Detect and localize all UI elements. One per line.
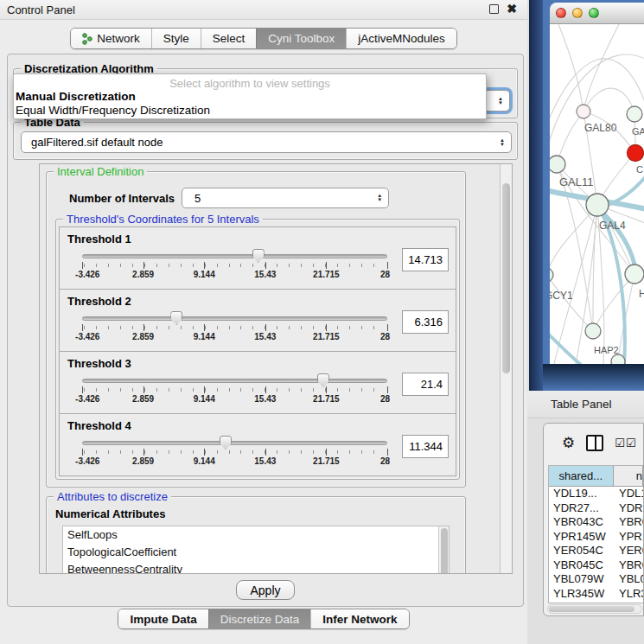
- network-node[interactable]: [625, 265, 644, 284]
- table-row[interactable]: YIL052CYIL0: [549, 601, 643, 603]
- table-data-combobox[interactable]: galFiltered.sif default node ▲▼: [21, 131, 512, 153]
- network-node[interactable]: [577, 105, 590, 118]
- table-panel-titlebar: Table Panel: [527, 391, 644, 418]
- node-label: H: [639, 288, 644, 300]
- table-row[interactable]: YDR27...YDR2: [549, 501, 643, 516]
- threshold-value-field[interactable]: 21.4: [402, 373, 449, 396]
- network-view-canvas[interactable]: GAL80GACGAL11GAL4GCY1HHAP2: [550, 24, 644, 364]
- tab-discretize-data[interactable]: Discretize Data: [208, 609, 311, 628]
- algorithm-dropdown-popup: Select algorithm to view settings Manual…: [13, 73, 487, 119]
- tick-label: 21.715: [313, 270, 340, 279]
- table-row[interactable]: YBR043CYBR0: [549, 515, 643, 530]
- table-cell[interactable]: YBR0: [615, 558, 643, 573]
- panel-title: Control Panel: [0, 3, 75, 16]
- list-item[interactable]: TopologicalCoefficient: [63, 544, 449, 561]
- number-of-intervals-combobox[interactable]: 5 ▲▼: [182, 188, 389, 208]
- table-row[interactable]: YPR145WYPR1: [549, 530, 643, 545]
- table-cell[interactable]: YDR2: [615, 501, 643, 516]
- network-edge: [583, 88, 634, 114]
- network-node[interactable]: [550, 156, 565, 173]
- column-header-name[interactable]: n: [614, 466, 643, 487]
- table-cell[interactable]: YIL0: [615, 601, 643, 603]
- tab-jactivemnodules[interactable]: jActiveMNodules: [346, 29, 456, 48]
- table-cell[interactable]: YIL052C: [549, 601, 615, 603]
- threshold-value-field[interactable]: 11.344: [402, 435, 449, 458]
- tick-label: 9.144: [194, 332, 215, 341]
- network-node[interactable]: [585, 323, 601, 339]
- node-table: shared... n YDL19...YDL1YDR27...YDR2YBR0…: [548, 465, 643, 603]
- network-node[interactable]: [586, 194, 609, 216]
- slider-track[interactable]: [82, 254, 387, 258]
- major-tick: [143, 449, 144, 456]
- table-cell[interactable]: YDR27...: [549, 501, 615, 516]
- table-cell[interactable]: YBL0: [615, 572, 643, 587]
- network-window-titlebar[interactable]: [550, 3, 644, 24]
- table-cell[interactable]: YBR0: [615, 515, 643, 530]
- dropdown-option-manual-discretization[interactable]: Manual Discretization: [14, 90, 486, 104]
- dropdown-hint: Select algorithm to view settings: [14, 74, 486, 90]
- minimize-window-icon[interactable]: [572, 8, 583, 18]
- slider-track[interactable]: [82, 316, 387, 321]
- gear-icon[interactable]: ⚙: [562, 436, 575, 450]
- dropdown-option-equal-width-frequency[interactable]: Equal Width/Frequency Discretization: [14, 104, 486, 118]
- major-tick: [326, 262, 327, 269]
- checkbox-icons[interactable]: ☑☑: [615, 437, 636, 450]
- table-cell[interactable]: YBR043C: [549, 515, 615, 530]
- slider-thumb[interactable]: [317, 373, 329, 387]
- tick-label: -3.426: [75, 332, 99, 341]
- network-node[interactable]: [628, 145, 644, 162]
- table-row[interactable]: YBL079WYBL0: [549, 572, 643, 587]
- tick-label: 28: [380, 394, 390, 404]
- list-scrollbar[interactable]: [438, 526, 449, 574]
- threshold-slider[interactable]: -3.4262.8599.14415.4321.71528: [82, 372, 387, 406]
- threshold-value-field[interactable]: 6.316: [402, 310, 449, 334]
- tab-infer-network[interactable]: Infer Network: [310, 609, 408, 628]
- slider-track[interactable]: [82, 441, 387, 445]
- tick-label: -3.426: [75, 270, 99, 279]
- slider-thumb[interactable]: [220, 436, 232, 450]
- apply-button[interactable]: Apply: [236, 580, 295, 600]
- close-window-icon[interactable]: [556, 8, 566, 18]
- table-cell[interactable]: YBR045C: [549, 558, 615, 573]
- network-node[interactable]: [611, 354, 625, 364]
- table-cell[interactable]: YLR345W: [549, 587, 615, 602]
- network-node[interactable]: [627, 106, 642, 122]
- table-cell[interactable]: YPR145W: [549, 530, 615, 545]
- settings-scrollbar[interactable]: [500, 164, 512, 573]
- list-item[interactable]: SelfLoops: [63, 526, 449, 544]
- tab-impute-data[interactable]: Impute Data: [118, 609, 207, 628]
- table-cell[interactable]: YPR1: [615, 530, 643, 545]
- table-row[interactable]: YER054CYER0: [549, 544, 643, 558]
- table-row[interactable]: YBR045CYBR0: [549, 558, 643, 573]
- tab-style[interactable]: Style: [151, 29, 201, 48]
- threshold-slider[interactable]: -3.4262.8599.14415.4321.71528: [82, 247, 387, 282]
- table-horizontal-scrollbar[interactable]: [547, 604, 642, 614]
- major-tick: [326, 386, 327, 393]
- threshold-value-field[interactable]: 14.713: [402, 248, 449, 271]
- tab-cyni-toolbox[interactable]: Cyni Toolbox: [256, 29, 346, 48]
- table-cell[interactable]: YER054C: [549, 544, 615, 558]
- table-cell[interactable]: YDL19...: [549, 487, 615, 501]
- slider-thumb[interactable]: [170, 311, 182, 325]
- columns-icon[interactable]: [586, 435, 603, 451]
- threshold-1-panel: Threshold 1 -3.4262.8599.14415.4321.7152…: [59, 226, 456, 290]
- slider-thumb[interactable]: [252, 249, 265, 263]
- zoom-window-icon[interactable]: [589, 8, 599, 18]
- column-header-shared-name[interactable]: shared...: [549, 466, 614, 487]
- close-icon[interactable]: ✖: [507, 3, 517, 16]
- slider-track[interactable]: [82, 379, 387, 383]
- float-panel-icon[interactable]: [489, 4, 499, 14]
- table-cell[interactable]: YBL079W: [549, 572, 615, 587]
- table-cell[interactable]: YDL1: [615, 487, 643, 501]
- threshold-slider[interactable]: -3.4262.8599.14415.4321.71528: [82, 434, 387, 469]
- list-item[interactable]: BetweennessCentrality: [63, 561, 449, 574]
- network-node[interactable]: [550, 268, 553, 282]
- tab-select[interactable]: Select: [201, 29, 257, 48]
- scrollbar-thumb[interactable]: [502, 183, 510, 373]
- table-row[interactable]: YLR345WYLR3: [549, 587, 643, 602]
- table-row[interactable]: YDL19...YDL1: [549, 487, 643, 501]
- tab-network[interactable]: Network: [71, 29, 151, 48]
- table-cell[interactable]: YER0: [615, 544, 643, 558]
- table-cell[interactable]: YLR3: [615, 587, 643, 602]
- threshold-slider[interactable]: -3.4262.8599.14415.4321.71528: [82, 309, 387, 344]
